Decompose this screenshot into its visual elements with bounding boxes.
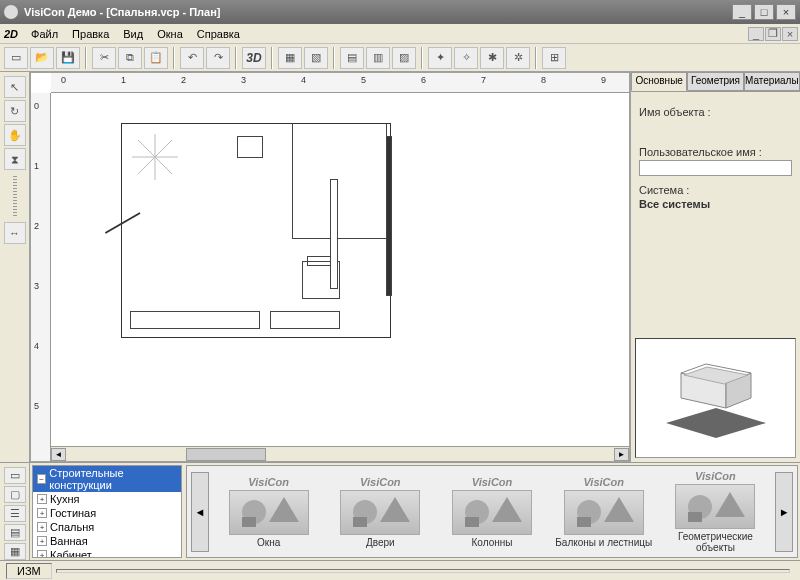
cut-button[interactable]: ✂ [92, 47, 116, 69]
user-name-label: Пользовательское имя : [639, 146, 792, 158]
expand-icon[interactable]: + [37, 494, 47, 504]
menu-view[interactable]: Вид [116, 26, 150, 42]
menu-file[interactable]: Файл [24, 26, 65, 42]
shelf-object[interactable] [330, 179, 338, 289]
scroll-right-button[interactable]: ► [614, 448, 629, 461]
snap-button-1[interactable]: ✦ [428, 47, 452, 69]
expand-icon[interactable]: + [37, 508, 47, 518]
app-icon [4, 5, 18, 19]
close-button[interactable]: × [776, 4, 796, 20]
tool-button-2[interactable]: ▧ [304, 47, 328, 69]
desk-object[interactable] [270, 311, 340, 329]
plan-canvas[interactable]: 0 1 2 3 4 5 6 7 8 9 0 1 2 3 4 5 [30, 72, 630, 462]
mirror-tool[interactable]: ⧗ [4, 148, 26, 170]
tool-button-3[interactable]: ▤ [340, 47, 364, 69]
catalog-item-label: Балконы и лестницы [552, 537, 656, 548]
door-object[interactable] [105, 212, 141, 234]
grid-button[interactable]: ⊞ [542, 47, 566, 69]
cat-tool-5[interactable]: ▦ [4, 543, 26, 560]
toolbox-handle[interactable] [13, 176, 17, 216]
menu-windows[interactable]: Окна [150, 26, 190, 42]
pan-tool[interactable]: ✋ [4, 124, 26, 146]
svg-rect-24 [577, 517, 591, 527]
tab-geometry[interactable]: Геометрия [687, 72, 743, 91]
bed-object[interactable] [292, 124, 387, 239]
system-label: Система : [639, 184, 792, 196]
catalog-logo: VisiCon [328, 476, 432, 488]
preview-3d[interactable] [635, 338, 796, 458]
wardrobe-object[interactable] [130, 311, 260, 329]
room-outline[interactable] [111, 113, 401, 348]
mdi-close-button[interactable]: × [782, 27, 798, 41]
ruler-v-tick: 4 [34, 341, 39, 351]
select-tool[interactable]: ↖ [4, 76, 26, 98]
cat-tool-4[interactable]: ▤ [4, 524, 26, 541]
catalog-item-doors[interactable]: VisiCon Двери [328, 476, 432, 548]
svg-marker-14 [269, 497, 299, 522]
expand-icon[interactable]: + [37, 522, 47, 532]
svg-marker-8 [666, 408, 766, 438]
catalog-item-label: Геометрические объекты [664, 531, 768, 553]
catalog-item-windows[interactable]: VisiCon Окна [217, 476, 321, 548]
scroll-thumb[interactable] [186, 448, 266, 461]
expand-icon[interactable]: + [37, 550, 47, 558]
tv-object[interactable] [237, 136, 263, 158]
collapse-icon[interactable]: − [37, 474, 46, 484]
scrollbar-horizontal[interactable]: ◄ ► [51, 446, 629, 461]
mdi-minimize-button[interactable]: _ [748, 27, 764, 41]
ruler-h-tick: 3 [241, 75, 246, 85]
plan-surface[interactable] [51, 93, 629, 446]
redo-button[interactable]: ↷ [206, 47, 230, 69]
menu-help[interactable]: Справка [190, 26, 247, 42]
open-button[interactable]: 📂 [30, 47, 54, 69]
tool-button-4[interactable]: ▥ [366, 47, 390, 69]
catalog-prev-button[interactable]: ◄ [191, 472, 209, 552]
snap-button-2[interactable]: ✧ [454, 47, 478, 69]
rotate-tool[interactable]: ↻ [4, 100, 26, 122]
catalog-item-stairs[interactable]: VisiCon Балконы и лестницы [552, 476, 656, 548]
paste-button[interactable]: 📋 [144, 47, 168, 69]
undo-button[interactable]: ↶ [180, 47, 204, 69]
tool-button-5[interactable]: ▨ [392, 47, 416, 69]
tree-item-constructions[interactable]: −Строительные конструкции [33, 466, 181, 492]
menu-edit[interactable]: Правка [65, 26, 116, 42]
maximize-button[interactable]: □ [754, 4, 774, 20]
tree-item-office[interactable]: +Кабинет [33, 548, 181, 558]
snap-button-4[interactable]: ✲ [506, 47, 530, 69]
view-3d-button[interactable]: 3D [242, 47, 266, 69]
tab-materials[interactable]: Материалы [744, 72, 800, 91]
lamp-object[interactable] [130, 132, 180, 182]
cat-tool-1[interactable]: ▭ [4, 467, 26, 484]
tree-item-living[interactable]: +Гостиная [33, 506, 181, 520]
catalog-item-label: Колонны [440, 537, 544, 548]
catalog-thumb-icon [675, 484, 755, 529]
save-button[interactable]: 💾 [56, 47, 80, 69]
minimize-button[interactable]: _ [732, 4, 752, 20]
scroll-left-button[interactable]: ◄ [51, 448, 66, 461]
tree-item-label: Ванная [50, 535, 88, 547]
window-object[interactable] [386, 136, 392, 296]
tab-main[interactable]: Основные [631, 72, 687, 91]
snap-button-3[interactable]: ✱ [480, 47, 504, 69]
catalog-item-label: Двери [328, 537, 432, 548]
catalog-item-columns[interactable]: VisiCon Колонны [440, 476, 544, 548]
ruler-h-tick: 8 [541, 75, 546, 85]
copy-button[interactable]: ⧉ [118, 47, 142, 69]
catalog-item-geometry[interactable]: VisiCon Геометрические объекты [664, 470, 768, 553]
mdi-restore-button[interactable]: ❐ [765, 27, 781, 41]
cat-tool-3[interactable]: ☰ [4, 505, 26, 522]
tool-button-1[interactable]: ▦ [278, 47, 302, 69]
new-button[interactable]: ▭ [4, 47, 28, 69]
expand-icon[interactable]: + [37, 536, 47, 546]
user-name-input[interactable] [639, 160, 792, 176]
catalog-tree[interactable]: −Строительные конструкции +Кухня +Гостин… [32, 465, 182, 558]
svg-rect-21 [465, 517, 479, 527]
tree-item-kitchen[interactable]: +Кухня [33, 492, 181, 506]
tree-item-bathroom[interactable]: +Ванная [33, 534, 181, 548]
object-name-label: Имя объекта : [639, 106, 792, 118]
catalog-next-button[interactable]: ► [775, 472, 793, 552]
title-bar: VisiCon Демо - [Спальня.vcp - План] _ □ … [0, 0, 800, 24]
cat-tool-2[interactable]: ▢ [4, 486, 26, 503]
measure-tool[interactable]: ↔ [4, 222, 26, 244]
tree-item-bedroom[interactable]: +Спальня [33, 520, 181, 534]
